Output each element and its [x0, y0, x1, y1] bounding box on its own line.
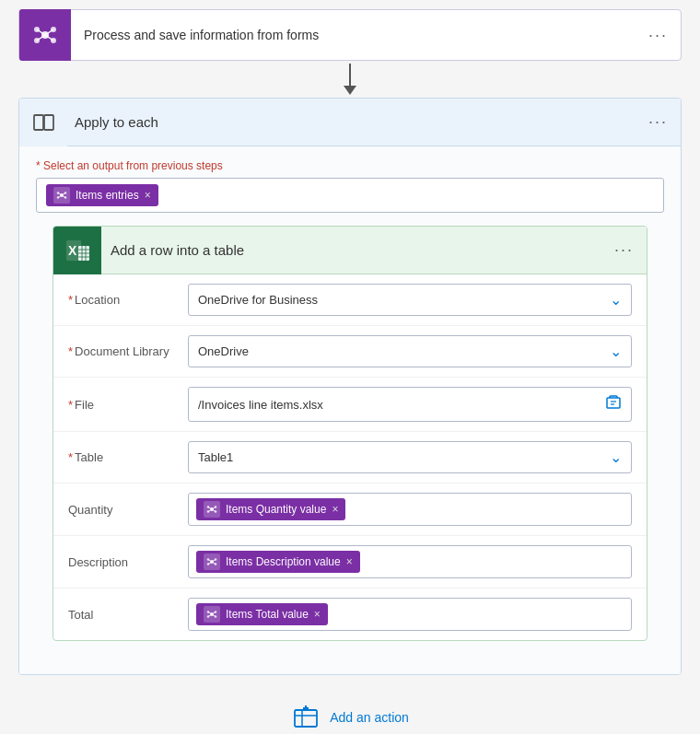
document-library-control: OneDrive ⌄	[188, 335, 632, 367]
add-action-button[interactable]: Add an action	[291, 703, 409, 732]
table-control: Table1 ⌄	[188, 441, 632, 473]
quantity-share-icon	[206, 504, 217, 515]
location-value: OneDrive for Business	[198, 293, 318, 307]
quantity-token-close[interactable]: ×	[332, 503, 338, 516]
quantity-control: Items Quantity value ×	[188, 493, 632, 526]
table-dropdown[interactable]: Table1 ⌄	[188, 441, 632, 473]
location-control: OneDrive for Business ⌄	[188, 284, 632, 316]
token-share-icon	[56, 190, 67, 201]
description-token: Items Description value ×	[196, 551, 360, 573]
document-library-dropdown-arrow: ⌄	[610, 343, 622, 360]
quantity-row: Quantity	[53, 484, 647, 536]
trigger-block: Process and save information from forms …	[18, 9, 682, 61]
document-library-label: *Document Library	[68, 344, 188, 358]
table-label: *Table	[68, 450, 188, 464]
excel-icon: X	[64, 237, 91, 264]
action-body: *Location OneDrive for Business ⌄ *Doc	[53, 274, 647, 640]
apply-title: Apply to each	[67, 114, 636, 130]
svg-rect-58	[295, 710, 317, 727]
action-more-button[interactable]: ···	[601, 240, 647, 260]
document-library-value: OneDrive	[198, 344, 249, 358]
items-entries-token: Items entries ×	[46, 184, 158, 206]
document-library-row: *Document Library OneDrive ⌄	[53, 326, 647, 378]
file-label: *File	[68, 398, 188, 412]
trigger-icon	[32, 22, 58, 48]
file-input[interactable]: /Invoices line items.xlsx	[188, 387, 632, 422]
svg-text:X: X	[68, 243, 77, 258]
total-share-icon	[206, 609, 217, 620]
select-output-input[interactable]: Items entries ×	[36, 178, 664, 213]
file-value: /Invoices line items.xlsx	[198, 398, 323, 412]
add-action-icon	[291, 703, 321, 732]
apply-icon	[31, 111, 55, 134]
quantity-token-icon	[204, 501, 220, 518]
location-dropdown[interactable]: OneDrive for Business ⌄	[188, 284, 632, 316]
quantity-token: Items Quantity value ×	[196, 498, 345, 520]
select-output-label: * Select an output from previous steps	[36, 159, 664, 172]
items-entries-close[interactable]: ×	[145, 189, 151, 202]
total-token-label: Items Total value	[226, 608, 309, 621]
quantity-label: Quantity	[68, 503, 188, 517]
description-token-input[interactable]: Items Description value ×	[188, 545, 632, 578]
apply-header: Apply to each ···	[19, 99, 681, 146]
svg-rect-28	[607, 398, 620, 408]
arrow-shaft	[349, 64, 351, 86]
page-wrapper: Process and save information from forms …	[0, 0, 700, 734]
add-action-table-icon	[291, 703, 321, 732]
table-row: *Table Table1 ⌄	[53, 432, 647, 484]
token-icon	[53, 187, 70, 204]
arrow-line	[344, 64, 356, 95]
action-block: X Add a row into a table ···	[52, 226, 648, 641]
table-dropdown-arrow: ⌄	[610, 449, 622, 466]
add-action-container: Add an action	[18, 675, 682, 734]
total-token-close[interactable]: ×	[314, 608, 321, 621]
location-dropdown-arrow: ⌄	[610, 291, 622, 309]
description-token-close[interactable]: ×	[346, 555, 353, 568]
svg-rect-10	[44, 115, 53, 130]
description-share-icon	[206, 556, 217, 567]
action-title: Add a row into a table	[101, 242, 601, 258]
trigger-icon-box	[19, 9, 71, 61]
apply-more-button[interactable]: ···	[636, 112, 681, 132]
total-token: Items Total value ×	[196, 603, 328, 625]
apply-icon-box	[19, 99, 67, 146]
add-action-label: Add an action	[330, 710, 409, 725]
document-library-dropdown[interactable]: OneDrive ⌄	[188, 335, 632, 367]
svg-rect-9	[34, 115, 43, 130]
table-value: Table1	[198, 450, 233, 464]
items-entries-label: Items entries	[76, 189, 139, 202]
file-picker-icon[interactable]	[605, 394, 622, 414]
description-row: Description	[53, 536, 647, 588]
arrow-head	[344, 86, 356, 95]
total-row: Total	[53, 588, 647, 640]
total-token-icon	[204, 606, 220, 623]
apply-body: * Select an output from previous steps	[19, 146, 681, 674]
location-row: *Location OneDrive for Business ⌄	[53, 274, 647, 326]
trigger-title: Process and save information from forms	[71, 28, 636, 42]
trigger-more-button[interactable]: ···	[636, 26, 681, 45]
description-label: Description	[68, 555, 188, 569]
location-label: *Location	[68, 293, 188, 307]
quantity-token-input[interactable]: Items Quantity value ×	[188, 493, 632, 526]
action-icon-box: X	[53, 227, 101, 274]
file-row: *File /Invoices line items.xlsx	[53, 378, 647, 432]
total-token-input[interactable]: Items Total value ×	[188, 598, 632, 631]
total-label: Total	[68, 608, 188, 622]
apply-to-each-block: Apply to each ··· * Select an output fro…	[18, 98, 682, 675]
action-header: X Add a row into a table ···	[53, 227, 647, 274]
quantity-token-label: Items Quantity value	[226, 503, 326, 516]
description-token-icon	[204, 553, 220, 570]
total-control: Items Total value ×	[188, 598, 632, 631]
arrow-connector	[18, 61, 682, 98]
description-control: Items Description value ×	[188, 545, 632, 578]
file-control: /Invoices line items.xlsx	[188, 387, 632, 422]
description-token-label: Items Description value	[226, 555, 341, 568]
